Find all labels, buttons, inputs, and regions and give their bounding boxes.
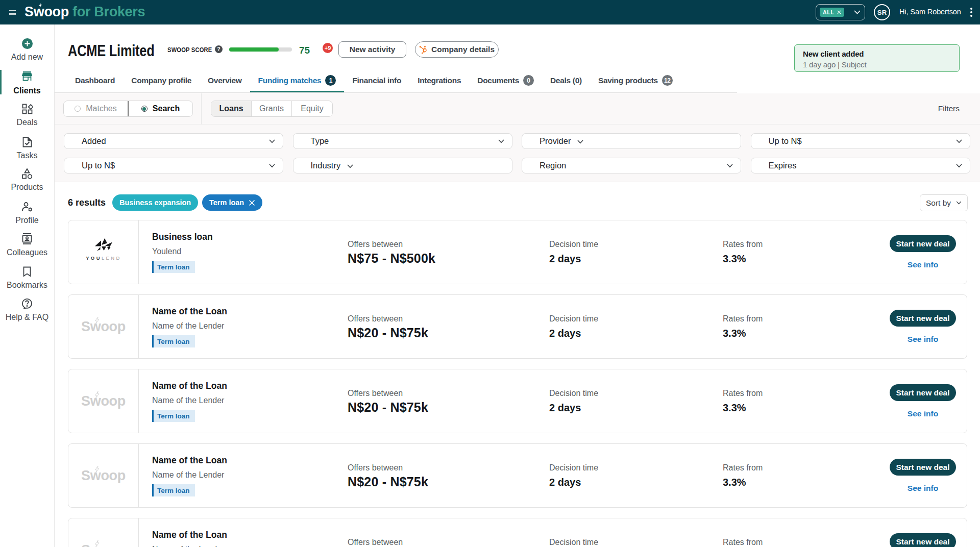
svg-text:YOULEND: YOULEND — [86, 255, 121, 261]
